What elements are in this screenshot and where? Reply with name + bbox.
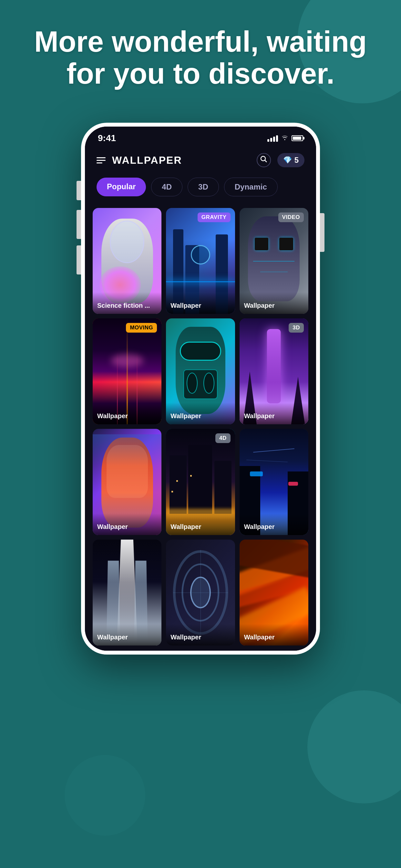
card-badge-4: MOVING [126,323,157,333]
battery-icon [291,135,303,141]
header-left: WALLPAPER [96,154,182,166]
card-title-10: Wallpaper [93,624,161,646]
card-title-2: Wallpaper [166,292,235,314]
tab-dynamic[interactable]: Dynamic [224,178,278,196]
tab-3d[interactable]: 3D [188,178,219,196]
search-icon [260,156,267,165]
card-badge-2: GRAVITY [197,213,230,222]
wallpaper-item-4[interactable]: MOVING Wallpaper [93,318,161,424]
gem-badge[interactable]: 💎 5 [277,153,305,167]
status-bar: 9:41 [85,127,316,147]
tab-popular[interactable]: Popular [96,178,146,196]
header-right: 💎 5 [257,153,305,167]
wallpaper-item-5[interactable]: Wallpaper [166,318,235,424]
card-badge-3: VIDEO [278,213,304,222]
phone-button-vol-up [76,210,81,239]
card-title-4: Wallpaper [93,403,161,424]
search-button[interactable] [257,153,271,167]
app-title: WALLPAPER [112,154,182,166]
wallpaper-item-12[interactable]: Wallpaper [240,539,308,646]
wallpaper-item-10[interactable]: Wallpaper [93,539,161,646]
hero-title: More wonderful, waiting for you to disco… [26,26,375,90]
status-icons [267,134,303,143]
hero-section: More wonderful, waiting for you to disco… [0,26,401,90]
card-title-8: Wallpaper [166,514,235,535]
phone-outer: 9:41 [81,123,320,655]
gem-count: 5 [295,156,299,165]
wallpaper-item-11[interactable]: Wallpaper [166,539,235,646]
card-title-6: Wallpaper [240,403,308,424]
wallpaper-item-2[interactable]: GRAVITY Wallpaper [166,208,235,314]
phone-button-power [320,213,325,252]
card-badge-8: 4D [215,433,230,443]
wallpaper-item-6[interactable]: 3D Wallpaper [240,318,308,424]
wifi-icon [281,134,288,143]
card-title-3: Wallpaper [240,292,308,314]
svg-line-1 [265,160,267,162]
card-badge-6: 3D [289,323,304,333]
status-time: 9:41 [98,133,116,144]
card-title-5: Wallpaper [166,403,235,424]
bg-shape-bottom-right [307,690,401,803]
gem-icon: 💎 [283,156,292,164]
bg-shape-bottom-left [65,755,145,836]
tabs-row: Popular 4D 3D Dynamic [85,173,316,203]
svg-point-0 [261,156,266,161]
wallpaper-item-3[interactable]: VIDEO Wallpaper [240,208,308,314]
wallpaper-item-8[interactable]: 4D Wallpaper [166,429,235,535]
wallpaper-item-1[interactable]: Science fiction ... [93,208,161,314]
phone-mockup: 9:41 [81,123,320,655]
wallpaper-grid: Science fiction ... GRA [85,203,316,651]
card-title-11: Wallpaper [166,624,235,646]
card-title-9: Wallpaper [240,514,308,535]
phone-screen: 9:41 [85,127,316,651]
phone-button-mute [76,181,81,200]
hamburger-menu-icon[interactable] [96,157,105,163]
signal-icon [267,135,278,142]
card-title-1: Science fiction ... [93,292,161,314]
card-title-12: Wallpaper [240,624,308,646]
wallpaper-item-7[interactable]: Wallpaper [93,429,161,535]
card-title-7: Wallpaper [93,514,161,535]
wallpaper-item-9[interactable]: Wallpaper [240,429,308,535]
app-header: WALLPAPER 💎 5 [85,147,316,173]
tab-4d[interactable]: 4D [151,178,182,196]
phone-button-vol-down [76,245,81,275]
